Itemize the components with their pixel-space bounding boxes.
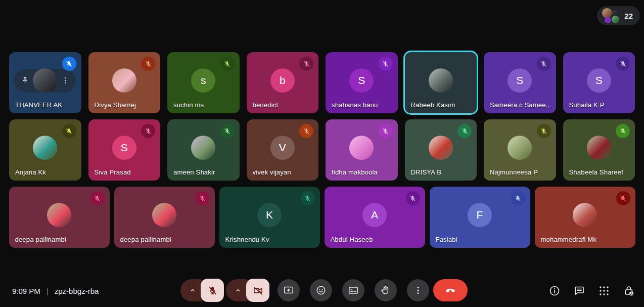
participant-count-pill[interactable]: 22: [597, 6, 640, 25]
avatar-initial: b: [280, 75, 286, 85]
mic-off-icon: [304, 195, 311, 202]
host-controls-button[interactable]: [623, 285, 635, 297]
mic-muted-badge: [616, 191, 630, 205]
avatar: [33, 68, 57, 93]
participant-tile[interactable]: mohammedrafi Mk: [535, 187, 635, 248]
camera-toggle-button[interactable]: [246, 279, 269, 302]
end-call-icon: [444, 284, 457, 297]
mic-muted-badge: [299, 57, 313, 71]
right-panel-icons: [548, 280, 635, 302]
participant-tile[interactable]: THANVEER AK: [9, 52, 81, 113]
participant-tile[interactable]: b benedict: [247, 52, 319, 113]
mic-muted-badge: [537, 57, 551, 71]
avatar: S: [349, 68, 374, 93]
participant-name: Krishnendu Kv: [225, 236, 269, 243]
participant-tile[interactable]: DRISYA B: [405, 119, 477, 181]
participant-name: Divya Shamej: [95, 101, 136, 109]
participant-name: Suhaila K P: [569, 101, 605, 109]
mic-muted-badge: [220, 57, 235, 71]
participant-tile[interactable]: K Krishnendu Kv: [219, 187, 320, 248]
participant-tile[interactable]: Rabeeb Kasim: [405, 52, 477, 113]
participant-tile[interactable]: V vivek vijayan: [247, 119, 319, 181]
chevron-up-icon: [234, 286, 243, 295]
apps-grid-icon: [598, 285, 610, 297]
participant-tile[interactable]: ameen Shakir: [167, 119, 240, 181]
participant-grid-row: Anjana Kk S Siva Prasad: [0, 119, 644, 181]
chevron-up-icon: [188, 286, 197, 295]
avatar: [429, 68, 453, 93]
avatar: b: [270, 68, 295, 93]
emoji-reactions-button[interactable]: [310, 279, 332, 301]
participant-grid-row: deepa pallinambi deepa pallinambi K: [0, 187, 644, 248]
participant-name: deepa pallinambi: [120, 236, 172, 243]
participant-name: Sameera.c Samee...: [490, 101, 551, 109]
participant-tile[interactable]: F Faslabi: [430, 187, 530, 248]
participant-tile[interactable]: deepa pallinambi: [9, 187, 110, 248]
captions-button[interactable]: [342, 279, 364, 301]
raise-hand-button[interactable]: [375, 279, 397, 301]
avatar: [33, 136, 57, 160]
mic-muted-badge: [220, 124, 235, 138]
host-controls-lock-icon: [623, 285, 635, 297]
emoji-smile-icon: [315, 285, 327, 296]
mic-toggle-button[interactable]: [201, 279, 224, 302]
more-options-button[interactable]: [407, 279, 429, 301]
mic-off-icon: [65, 60, 73, 68]
participant-avatars-cluster: [601, 8, 620, 24]
avatar: s: [191, 68, 215, 93]
mic-off-icon: [223, 60, 231, 68]
participant-name: Siva Prasad: [95, 168, 131, 176]
pin-button[interactable]: [19, 75, 30, 86]
participant-tile[interactable]: fidha makboola: [326, 119, 398, 181]
participant-tile[interactable]: A Abdul Haseeb: [325, 187, 425, 248]
avatar: [429, 136, 453, 160]
avatar: V: [270, 136, 295, 160]
mic-muted-badge: [299, 124, 313, 138]
mic-muted-badge: [616, 124, 630, 138]
mic-off-icon: [223, 127, 231, 135]
participant-name: fidha makboola: [332, 168, 378, 176]
tile-more-options-button[interactable]: [60, 75, 71, 86]
avatar: [573, 203, 597, 227]
participant-name: Najmunneesa P: [490, 168, 538, 176]
present-screen-button[interactable]: [278, 279, 300, 301]
participant-tile[interactable]: Divya Shamej: [88, 52, 161, 113]
chat-icon: [573, 285, 585, 297]
participant-tile[interactable]: s suchin ms: [167, 52, 240, 113]
mic-off-icon: [382, 60, 389, 68]
avatar-initial: S: [595, 75, 603, 85]
participant-tile[interactable]: Najmunneesa P: [484, 119, 556, 181]
mic-off-icon: [303, 127, 310, 135]
mic-off-icon: [199, 195, 206, 202]
participant-tile[interactable]: S Sameera.c Samee...: [484, 52, 556, 113]
avatar: K: [257, 203, 282, 227]
participant-name: DRISYA B: [411, 168, 442, 176]
activities-grid-button[interactable]: [598, 285, 610, 297]
mic-off-icon: [303, 60, 310, 68]
mic-off-icon: [409, 195, 417, 202]
participant-tile[interactable]: Anjana Kk: [9, 119, 81, 181]
mic-off-icon: [145, 127, 152, 135]
mic-muted-badge: [196, 191, 210, 205]
mic-muted-badge: [62, 124, 76, 138]
end-call-button[interactable]: [433, 279, 468, 301]
participant-name: deepa pallinambi: [15, 236, 67, 243]
info-button[interactable]: [548, 285, 561, 297]
more-vertical-icon: [412, 285, 424, 296]
bottom-bar: 9:09 PM | zpz-bbgz-rba: [0, 275, 644, 307]
mic-muted-badge: [457, 124, 472, 138]
mic-muted-badge: [379, 57, 393, 71]
participant-tile[interactable]: Shabeela Shareef: [563, 119, 635, 181]
participant-tile[interactable]: S shahanas banu: [326, 52, 398, 113]
present-screen-icon: [283, 285, 294, 296]
avatar: [605, 17, 611, 23]
chat-button[interactable]: [573, 285, 585, 297]
avatar: S: [587, 68, 611, 93]
meeting-code: zpz-bbgz-rba: [55, 287, 99, 295]
avatar-initial: s: [201, 75, 206, 85]
participant-tile[interactable]: deepa pallinambi: [114, 187, 215, 248]
participant-tile[interactable]: S Siva Prasad: [88, 119, 161, 181]
participant-tile[interactable]: S Suhaila K P: [563, 52, 635, 113]
participant-name: ameen Shakir: [173, 168, 215, 176]
mic-muted-badge: [62, 57, 76, 71]
